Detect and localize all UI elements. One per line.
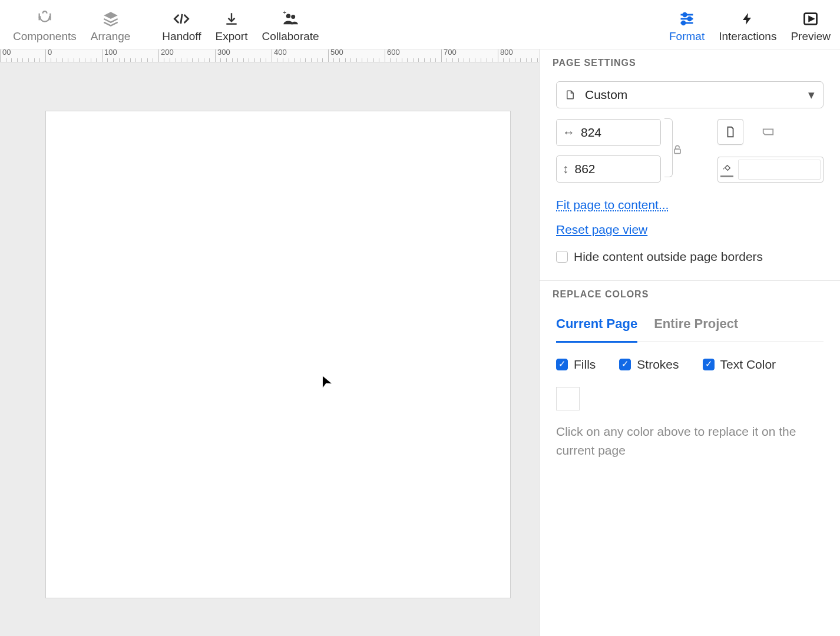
format-tab[interactable]: Format (662, 5, 712, 44)
lightning-icon (740, 8, 755, 30)
tab-entire-project[interactable]: Entire Project (654, 313, 738, 343)
tab-current-page[interactable]: Current Page (556, 313, 637, 343)
aspect-lock-toggle[interactable] (672, 143, 683, 158)
strokes-checkbox[interactable] (619, 359, 631, 370)
replace-colors-section: REPLACE COLORS Current Page Entire Proje… (540, 281, 840, 476)
ruler-tick: 200 (161, 49, 174, 57)
sliders-icon (678, 8, 696, 30)
canvas-area[interactable]: 00 0 100 200 300 400 500 600 700 800 // … (0, 49, 539, 636)
ruler-tick: 800 (500, 49, 513, 57)
ruler-tick: 700 (444, 49, 457, 57)
handoff-label: Handoff (162, 30, 201, 44)
artboard[interactable] (45, 111, 511, 598)
handoff-icon (173, 8, 190, 30)
collaborate-icon: + (282, 8, 299, 30)
svg-point-7 (683, 13, 687, 16)
textcolor-label: Text Color (720, 357, 776, 372)
fills-label: Fills (574, 357, 596, 372)
interactions-label: Interactions (719, 30, 776, 44)
arrange-label: Arrange (91, 30, 131, 44)
chevron-down-icon: ▾ (808, 88, 815, 102)
page-icon (565, 89, 576, 101)
export-icon (224, 8, 239, 30)
hide-content-checkbox-row[interactable]: Hide content outside page borders (556, 250, 824, 264)
ruler-tick: 300 (217, 49, 230, 57)
preview-tab[interactable]: Preview (783, 5, 838, 44)
paint-bucket-icon (720, 163, 733, 177)
page-width-input[interactable]: ↔ 824 (556, 119, 661, 146)
ruler-tick: 100 (104, 49, 117, 57)
height-icon: ↕ (563, 162, 569, 176)
ruler-tick: 400 (274, 49, 287, 57)
page-preset-dropdown[interactable]: Custom ▾ (556, 81, 824, 108)
toolbar-left-group: Components Arrange Handoff Expor (0, 0, 326, 49)
reset-page-view-link[interactable]: Reset page view (556, 223, 647, 237)
fit-page-link[interactable]: Fit page to content... (556, 198, 669, 212)
page-width-value: 824 (581, 125, 601, 140)
arrange-button[interactable]: Arrange (84, 5, 138, 44)
handoff-button[interactable]: Handoff (155, 5, 208, 44)
horizontal-ruler[interactable]: 00 0 100 200 300 400 500 600 700 800 // … (0, 49, 539, 62)
orientation-portrait-button[interactable] (717, 119, 743, 145)
width-icon: ↔ (563, 125, 575, 140)
fills-checkbox-row[interactable]: Fills (556, 357, 596, 372)
svg-rect-14 (674, 149, 680, 153)
interactions-tab[interactable]: Interactions (712, 5, 783, 44)
strokes-label: Strokes (637, 357, 679, 372)
export-label: Export (216, 30, 248, 44)
replace-colors-helper: Click on any color above to replace it o… (556, 422, 815, 459)
fills-checkbox[interactable] (556, 359, 568, 370)
ruler-tick: 500 (330, 49, 343, 57)
arrange-icon (102, 8, 119, 30)
svg-line-0 (181, 14, 182, 24)
components-icon (37, 8, 53, 30)
replace-color-swatch[interactable] (556, 387, 580, 410)
ruler-tick: 600 (387, 49, 400, 57)
collaborate-button[interactable]: + Collaborate (254, 5, 326, 44)
play-icon (802, 8, 819, 30)
collaborate-label: Collaborate (262, 30, 319, 44)
inspector-panel: PAGE SETTINGS Custom ▾ ↔ 824 (539, 49, 840, 636)
orientation-landscape-button[interactable] (755, 119, 781, 145)
export-button[interactable]: Export (209, 5, 255, 44)
top-toolbar: Components Arrange Handoff Expor (0, 0, 840, 49)
toolbar-right-group: Format Interactions Preview (662, 0, 840, 49)
hide-content-label: Hide content outside page borders (574, 250, 763, 264)
svg-text:+: + (283, 11, 286, 16)
hide-content-checkbox[interactable] (556, 251, 568, 263)
svg-marker-13 (809, 17, 813, 21)
ruler-tick: 00 (2, 49, 11, 57)
page-settings-section: PAGE SETTINGS Custom ▾ ↔ 824 (540, 49, 840, 281)
page-background-color-button[interactable] (717, 157, 824, 183)
replace-colors-tabs: Current Page Entire Project (556, 313, 824, 342)
svg-point-4 (291, 15, 295, 19)
svg-point-11 (682, 21, 685, 25)
strokes-checkbox-row[interactable]: Strokes (619, 357, 679, 372)
page-dimensions: ↔ 824 ↕ 862 (556, 119, 824, 183)
textcolor-checkbox[interactable] (703, 359, 715, 370)
ruler-tick: 0 (48, 49, 52, 57)
page-height-value: 862 (575, 162, 596, 176)
svg-point-3 (286, 14, 290, 18)
page-preset-value: Custom (585, 88, 627, 102)
textcolor-checkbox-row[interactable]: Text Color (703, 357, 776, 372)
preview-label: Preview (791, 30, 831, 44)
components-button[interactable]: Components (6, 5, 84, 44)
replace-colors-title: REPLACE COLORS (540, 289, 840, 306)
svg-point-9 (688, 17, 692, 21)
format-label: Format (669, 30, 705, 44)
page-background-swatch (738, 160, 821, 180)
page-height-input[interactable]: ↕ 862 (556, 155, 661, 183)
components-label: Components (13, 30, 77, 44)
page-settings-title: PAGE SETTINGS (540, 58, 840, 74)
